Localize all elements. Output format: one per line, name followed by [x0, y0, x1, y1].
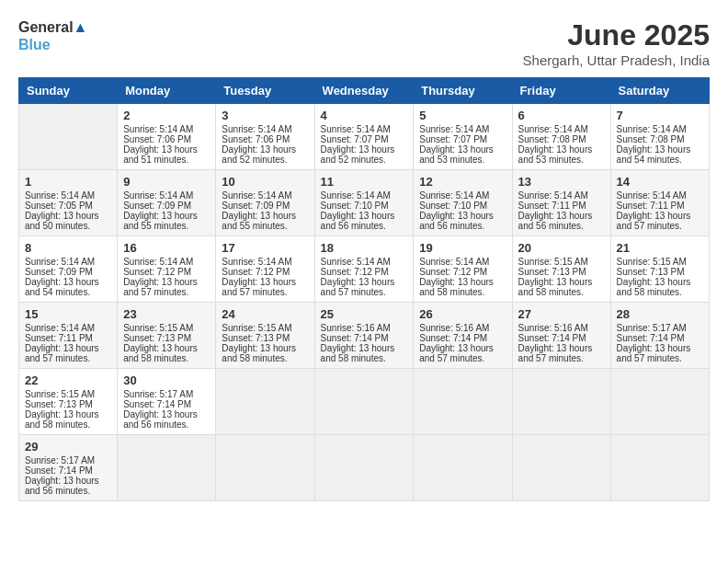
calendar-week-row: 29 Sunrise: 5:17 AM Sunset: 7:14 PM Dayl…: [19, 435, 710, 501]
sunset-text: Sunset: 7:12 PM: [222, 267, 290, 277]
daylight-text: Daylight: 13 hours and 56 minutes.: [123, 409, 198, 430]
sunrise-text: Sunrise: 5:14 AM: [123, 257, 193, 267]
sunset-text: Sunset: 7:09 PM: [222, 201, 290, 211]
sunset-text: Sunset: 7:13 PM: [25, 399, 93, 409]
sunset-text: Sunset: 7:13 PM: [123, 333, 191, 343]
daylight-text: Daylight: 13 hours and 58 minutes.: [222, 343, 296, 363]
col-thursday: Thursday: [414, 78, 512, 104]
table-cell: 18 Sunrise: 5:14 AM Sunset: 7:12 PM Dayl…: [314, 236, 414, 303]
table-cell: 20 Sunrise: 5:15 AM Sunset: 7:13 PM Dayl…: [512, 236, 610, 303]
calendar-body: 2 Sunrise: 5:14 AM Sunset: 7:06 PM Dayli…: [19, 104, 710, 501]
daylight-text: Daylight: 13 hours and 54 minutes.: [25, 277, 99, 297]
day-number: 13: [518, 175, 605, 189]
table-cell: [512, 369, 610, 435]
daylight-text: Daylight: 13 hours and 57 minutes.: [321, 277, 395, 297]
daylight-text: Daylight: 13 hours and 57 minutes.: [25, 343, 99, 363]
table-cell: 4 Sunrise: 5:14 AM Sunset: 7:07 PM Dayli…: [314, 104, 414, 170]
daylight-text: Daylight: 13 hours and 56 minutes.: [518, 211, 593, 231]
day-number: 12: [419, 175, 506, 189]
sunrise-text: Sunrise: 5:14 AM: [617, 124, 687, 134]
col-monday: Monday: [118, 78, 216, 104]
col-wednesday: Wednesday: [314, 78, 414, 104]
day-number: 25: [321, 307, 408, 321]
table-cell: 16 Sunrise: 5:14 AM Sunset: 7:12 PM Dayl…: [118, 236, 216, 303]
table-cell: 15 Sunrise: 5:14 AM Sunset: 7:11 PM Dayl…: [19, 303, 118, 369]
table-cell: 10 Sunrise: 5:14 AM Sunset: 7:09 PM Dayl…: [216, 170, 314, 236]
table-cell: 27 Sunrise: 5:16 AM Sunset: 7:14 PM Dayl…: [512, 303, 610, 369]
table-cell: 12 Sunrise: 5:14 AM Sunset: 7:10 PM Dayl…: [414, 170, 512, 236]
col-friday: Friday: [512, 78, 610, 104]
day-number: 20: [518, 241, 605, 255]
daylight-text: Daylight: 13 hours and 52 minutes.: [222, 144, 296, 165]
daylight-text: Daylight: 13 hours and 52 minutes.: [321, 144, 395, 165]
table-cell: 29 Sunrise: 5:17 AM Sunset: 7:14 PM Dayl…: [19, 435, 118, 501]
sunset-text: Sunset: 7:09 PM: [25, 267, 93, 277]
day-number: 5: [419, 109, 506, 122]
sunset-text: Sunset: 7:09 PM: [123, 201, 191, 211]
sunrise-text: Sunrise: 5:15 AM: [617, 257, 687, 267]
sunset-text: Sunset: 7:11 PM: [25, 333, 93, 343]
daylight-text: Daylight: 13 hours and 58 minutes.: [321, 343, 395, 363]
day-number: 11: [321, 175, 408, 189]
title-section: June 2025 Shergarh, Uttar Pradesh, India: [523, 18, 710, 68]
sunrise-text: Sunrise: 5:17 AM: [123, 389, 193, 399]
table-cell: 14 Sunrise: 5:14 AM Sunset: 7:11 PM Dayl…: [610, 170, 709, 236]
table-cell: 11 Sunrise: 5:14 AM Sunset: 7:10 PM Dayl…: [314, 170, 414, 236]
col-saturday: Saturday: [610, 78, 709, 104]
sunrise-text: Sunrise: 5:15 AM: [25, 389, 95, 399]
calendar-week-row: 15 Sunrise: 5:14 AM Sunset: 7:11 PM Dayl…: [19, 303, 710, 369]
sunset-text: Sunset: 7:13 PM: [518, 267, 586, 277]
day-number: 17: [222, 241, 308, 255]
sunrise-text: Sunrise: 5:14 AM: [321, 124, 391, 134]
location: Shergarh, Uttar Pradesh, India: [523, 52, 710, 68]
sunset-text: Sunset: 7:11 PM: [518, 201, 586, 211]
daylight-text: Daylight: 13 hours and 56 minutes.: [419, 211, 494, 231]
daylight-text: Daylight: 13 hours and 53 minutes.: [419, 144, 494, 165]
table-cell: 8 Sunrise: 5:14 AM Sunset: 7:09 PM Dayli…: [19, 236, 118, 303]
sunrise-text: Sunrise: 5:14 AM: [321, 257, 391, 267]
daylight-text: Daylight: 13 hours and 56 minutes.: [25, 476, 99, 496]
table-cell: 7 Sunrise: 5:14 AM Sunset: 7:08 PM Dayli…: [610, 104, 709, 170]
sunrise-text: Sunrise: 5:14 AM: [123, 124, 193, 134]
table-cell: 9 Sunrise: 5:14 AM Sunset: 7:09 PM Dayli…: [118, 170, 216, 236]
sunset-text: Sunset: 7:12 PM: [123, 267, 191, 277]
sunrise-text: Sunrise: 5:14 AM: [222, 124, 291, 134]
table-cell: [216, 435, 314, 501]
sunrise-text: Sunrise: 5:14 AM: [123, 190, 193, 201]
sunrise-text: Sunrise: 5:14 AM: [518, 190, 588, 201]
sunrise-text: Sunrise: 5:14 AM: [222, 190, 291, 201]
sunset-text: Sunset: 7:13 PM: [617, 267, 685, 277]
table-cell: [610, 369, 709, 435]
day-number: 29: [25, 440, 111, 454]
calendar-week-row: 1 Sunrise: 5:14 AM Sunset: 7:05 PM Dayli…: [19, 170, 710, 236]
table-cell: [314, 435, 414, 501]
sunset-text: Sunset: 7:14 PM: [617, 333, 685, 343]
daylight-text: Daylight: 13 hours and 58 minutes.: [518, 277, 593, 297]
table-cell: 25 Sunrise: 5:16 AM Sunset: 7:14 PM Dayl…: [314, 303, 414, 369]
calendar-week-row: 22 Sunrise: 5:15 AM Sunset: 7:13 PM Dayl…: [19, 369, 710, 435]
daylight-text: Daylight: 13 hours and 55 minutes.: [123, 211, 198, 231]
sunrise-text: Sunrise: 5:15 AM: [123, 323, 193, 333]
table-cell: 28 Sunrise: 5:17 AM Sunset: 7:14 PM Dayl…: [610, 303, 709, 369]
table-cell: [512, 435, 610, 501]
sunset-text: Sunset: 7:14 PM: [321, 333, 389, 343]
daylight-text: Daylight: 13 hours and 58 minutes.: [123, 343, 198, 363]
table-cell: [118, 435, 216, 501]
sunrise-text: Sunrise: 5:16 AM: [419, 323, 489, 333]
sunset-text: Sunset: 7:12 PM: [321, 267, 389, 277]
daylight-text: Daylight: 13 hours and 58 minutes.: [25, 409, 99, 430]
month-title: June 2025: [523, 18, 710, 52]
day-number: 8: [25, 241, 111, 255]
table-cell: [414, 435, 512, 501]
sunset-text: Sunset: 7:13 PM: [222, 333, 290, 343]
sunset-text: Sunset: 7:05 PM: [25, 201, 93, 211]
daylight-text: Daylight: 13 hours and 57 minutes.: [419, 343, 494, 363]
sunrise-text: Sunrise: 5:14 AM: [25, 257, 95, 267]
sunset-text: Sunset: 7:08 PM: [617, 134, 685, 144]
day-number: 4: [321, 109, 408, 122]
sunrise-text: Sunrise: 5:17 AM: [617, 323, 687, 333]
sunset-text: Sunset: 7:14 PM: [518, 333, 586, 343]
table-cell: [216, 369, 314, 435]
day-number: 19: [419, 241, 506, 255]
table-cell: [314, 369, 414, 435]
